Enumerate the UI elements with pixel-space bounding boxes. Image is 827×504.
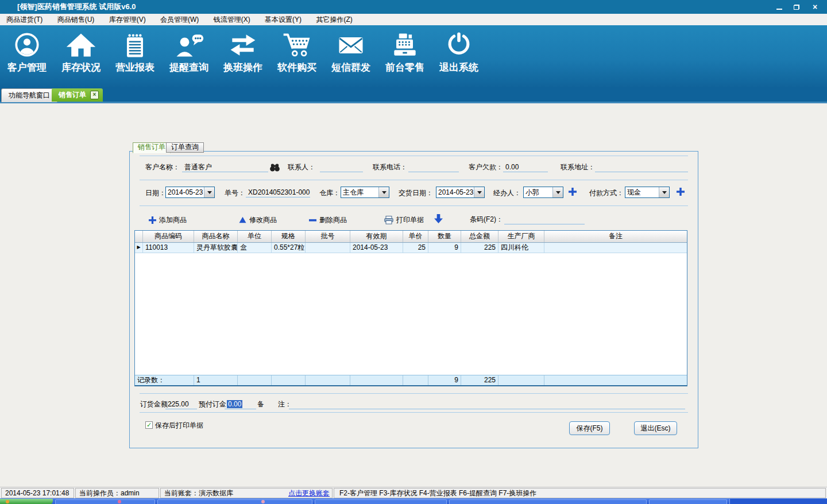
toolbar-inventory-status[interactable]: 库存状况: [54, 25, 108, 87]
printer-icon: [384, 216, 393, 224]
toolbar-sms-broadcast[interactable]: 短信群发: [324, 25, 378, 87]
taskbar-item[interactable]: [315, 499, 447, 504]
customer-name-input[interactable]: 普通客户: [182, 162, 268, 172]
phone-input[interactable]: [408, 162, 459, 172]
close-tab-icon[interactable]: ×: [90, 91, 99, 99]
col-header-note[interactable]: 备注: [544, 231, 687, 242]
menu-item-cashflow[interactable]: 钱流管理(X): [207, 14, 257, 25]
warehouse-select[interactable]: 主仓库: [341, 187, 389, 198]
switch-account-link[interactable]: 点击更换账套: [288, 489, 330, 498]
add-operator-button[interactable]: [569, 188, 577, 197]
payment-select[interactable]: 现金: [625, 187, 670, 198]
cell-unit: 盒: [238, 243, 272, 253]
barcode-input[interactable]: [504, 215, 585, 224]
chevron-down-icon[interactable]: [204, 187, 214, 197]
note-input[interactable]: [289, 400, 685, 409]
toolbar-front-retail[interactable]: 前台零售: [378, 25, 432, 87]
scan-down-arrow-icon[interactable]: [434, 214, 443, 225]
col-header-qty[interactable]: 数量: [428, 231, 461, 242]
delete-item-button[interactable]: 删除商品: [309, 215, 347, 225]
contact-input[interactable]: [320, 162, 363, 172]
col-header-price[interactable]: 单价: [403, 231, 428, 242]
toolbar-shift-change[interactable]: 换班操作: [216, 25, 270, 87]
toolbar-reminder-query[interactable]: 提醒查询: [162, 25, 216, 87]
plus-icon: [149, 216, 156, 224]
chevron-down-icon[interactable]: [552, 187, 563, 197]
toolbar-exit-system[interactable]: 退出系统: [432, 25, 486, 87]
col-header-expiry[interactable]: 有效期: [350, 231, 403, 242]
address-input[interactable]: [595, 162, 688, 172]
edit-item-button[interactable]: 修改商品: [239, 215, 277, 225]
menu-item-inventory[interactable]: 库存管理(V): [103, 14, 152, 25]
selected-text: 0.00: [227, 400, 242, 408]
close-button[interactable]: ×: [809, 2, 821, 11]
minimize-button[interactable]: [773, 2, 786, 11]
prepay-input[interactable]: 0.00: [225, 400, 256, 409]
menu-bar: 商品进货(T) 商品销售(U) 库存管理(V) 会员管理(W) 钱流管理(X) …: [0, 14, 827, 26]
delivery-date-select[interactable]: 2014-05-23: [436, 187, 485, 198]
phone-label: 联系电话：: [373, 162, 407, 172]
chevron-down-icon[interactable]: [474, 187, 484, 197]
col-header-total[interactable]: 总金额: [461, 231, 498, 242]
menu-item-members[interactable]: 会员管理(W): [154, 14, 205, 25]
plus-icon: [677, 188, 685, 196]
document-tab-strip: 功能导航窗口 销售订单 ×: [0, 87, 827, 103]
order-no-value: XD2014052301-0001: [246, 188, 310, 197]
menu-item-other[interactable]: 其它操作(Z): [310, 14, 358, 25]
envelope-icon: [335, 30, 367, 59]
menu-item-settings[interactable]: 基本设置(Y): [258, 14, 308, 25]
table-row[interactable]: ▶ 110013 灵丹草软胶囊 盒 0.55*27粒 2014-05-23 25…: [135, 243, 687, 253]
add-item-button[interactable]: 添加商品: [149, 215, 187, 225]
home-icon: [65, 30, 97, 59]
print-order-button[interactable]: 打印单据: [384, 215, 424, 225]
minus-icon: [309, 216, 316, 224]
tab-sales-order[interactable]: 销售订单 ×: [52, 88, 103, 102]
form-tab-sales-order[interactable]: 销售订单: [133, 142, 171, 153]
status-hotkeys: F2-客户管理 F3-库存状况 F4-营业报表 F6-提醒查询 F7-换班操作: [334, 488, 826, 498]
table-header-row: 商品编码 商品名称 单位 规格 批号 有效期 单价 数量 总金额 生产厂商 备注: [135, 231, 687, 243]
footer-qty-sum: 9: [428, 375, 461, 385]
footer-total-sum: 225: [461, 375, 498, 385]
content-area: 销售订单 订单查询 客户名称： 普通客户 联系人： 联系电话： 客户欠款： 0.…: [0, 103, 827, 487]
taskbar-item[interactable]: [649, 499, 727, 504]
col-header-batch[interactable]: 批号: [306, 231, 350, 242]
exit-button[interactable]: 退出(Esc): [634, 421, 677, 435]
restore-button[interactable]: [790, 2, 803, 11]
operator-select[interactable]: 小郭: [523, 187, 563, 198]
swap-arrows-icon: [227, 30, 259, 59]
form-tab-order-query[interactable]: 订单查询: [166, 142, 204, 153]
col-header-name[interactable]: 商品名称: [194, 231, 238, 242]
cell-qty: 9: [428, 243, 461, 253]
contact-label: 联系人：: [288, 162, 315, 172]
cell-total: 225: [461, 243, 498, 253]
binoculars-search-icon[interactable]: [269, 163, 280, 173]
check-icon: ✓: [146, 421, 152, 428]
menu-item-purchase[interactable]: 商品进货(T): [0, 14, 49, 25]
window-title: [领智]医药销售管理系统 试用版v6.0: [17, 0, 136, 14]
chevron-down-icon[interactable]: [378, 187, 389, 197]
toolbar-customer-mgmt[interactable]: 客户管理: [0, 25, 54, 87]
cell-note: [544, 243, 687, 253]
taskbar-item[interactable]: [157, 499, 312, 504]
col-header-spec[interactable]: 规格: [272, 231, 306, 242]
toolbar-software-purchase[interactable]: 软件购买: [270, 25, 324, 87]
col-header-manufacturer[interactable]: 生产厂商: [498, 231, 544, 242]
plus-icon: [569, 188, 577, 196]
save-button[interactable]: 保存(F5): [569, 421, 610, 435]
app-window: [领智]医药销售管理系统 试用版v6.0 × 商品进货(T) 商品销售(U) 库…: [0, 0, 827, 504]
order-amount-value: 225.00: [165, 400, 197, 409]
start-logo-icon: [6, 500, 9, 503]
col-header-code[interactable]: 商品编码: [143, 231, 194, 242]
status-datetime: 2014-05-23 17:01:48: [1, 488, 74, 498]
record-count-value: 1: [194, 375, 238, 385]
print-after-save-checkbox[interactable]: ✓: [145, 421, 153, 429]
chevron-down-icon[interactable]: [659, 187, 669, 197]
menu-item-sales[interactable]: 商品销售(U): [51, 14, 101, 25]
taskbar-item[interactable]: [449, 499, 647, 504]
toolbar-business-report[interactable]: 营业报表: [108, 25, 162, 87]
col-header-unit[interactable]: 单位: [238, 231, 272, 242]
taskbar-item[interactable]: [55, 499, 155, 504]
date-select[interactable]: 2014-05-23: [165, 187, 215, 198]
add-payment-button[interactable]: [677, 188, 685, 197]
tab-function-nav[interactable]: 功能导航窗口: [1, 88, 57, 102]
